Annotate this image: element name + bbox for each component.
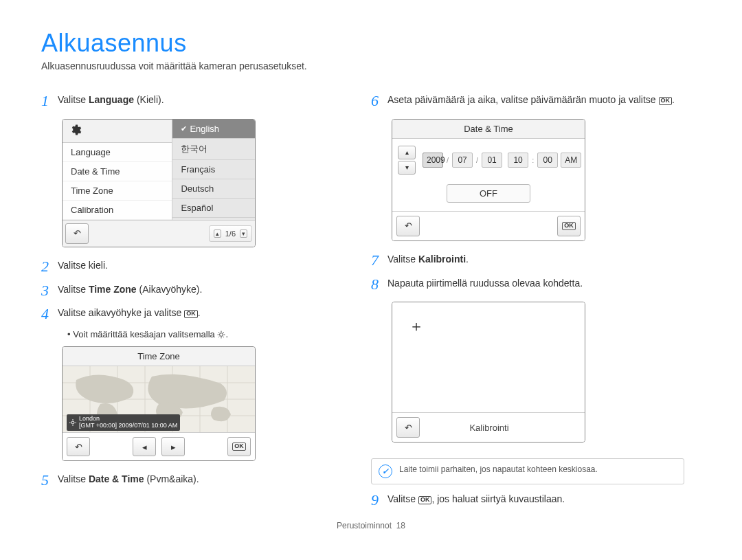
page-title: Alkuasennus [41, 29, 701, 58]
step-number: 3 [41, 280, 58, 302]
step-text: Aseta päivämäärä ja aika, valitse päiväm… [387, 94, 659, 105]
info-note: ✓ Laite toimii parhaiten, jos napautat k… [371, 458, 684, 484]
step-text: . [466, 254, 469, 265]
back-button[interactable]: ↶ [65, 223, 89, 244]
date-separator: / [446, 156, 449, 164]
step-text: (Pvm&aika). [144, 473, 199, 484]
menu-item-timezone[interactable]: Time Zone [63, 181, 172, 201]
timezone-map[interactable]: London [GMT +00:00] 2009/07/01 10:00 AM [63, 366, 255, 433]
step-text: Napauta piirtimellä ruudussa olevaa kohd… [387, 277, 684, 291]
timezone-screen: Time Zone [62, 346, 256, 461]
step-number: 9 [371, 490, 387, 511]
menu-item-language[interactable]: Language [63, 143, 172, 162]
page-up-icon[interactable]: ▴ [214, 229, 221, 238]
time-separator: : [531, 156, 535, 164]
page-subtitle: Alkuasennusruudussa voit määrittää kamer… [41, 60, 701, 71]
svg-line-8 [223, 332, 224, 333]
check-icon: ✔ [181, 124, 187, 133]
step-9: 9 Valitse OK, jos haluat siirtyä kuvaust… [371, 493, 684, 511]
ok-button[interactable]: OK [557, 216, 581, 236]
prev-button[interactable]: ◂ [133, 437, 156, 456]
lang-option-french[interactable]: Français [172, 160, 255, 179]
step-text: Valitse aikavyöhyke ja valitse [58, 307, 184, 318]
svg-point-19 [71, 421, 74, 424]
step-text: . [198, 307, 201, 318]
step-number: 1 [41, 91, 58, 112]
calibration-screen: ＋ ↶ Kalibrointi [392, 302, 585, 443]
hour-field[interactable]: 10 [508, 153, 528, 168]
value-down-button[interactable]: ▾ [398, 161, 416, 175]
ok-icon: OK [659, 97, 673, 105]
info-text: Laite toimii parhaiten, jos napautat koh… [399, 464, 598, 474]
lang-option-spanish[interactable]: Español [172, 199, 255, 218]
page-down-icon[interactable]: ▾ [240, 229, 247, 238]
menu-item-calibration[interactable]: Calibration [63, 201, 172, 220]
step-bold: Language [89, 94, 134, 105]
lang-option-german[interactable]: Deutsch [172, 179, 255, 199]
step-number: 4 [41, 304, 58, 325]
svg-line-6 [223, 337, 224, 337]
language-pager[interactable]: ▴ 1/6 ▾ [209, 225, 252, 242]
lang-option-english[interactable]: ✔English [172, 120, 255, 139]
step-8: 8 Napauta piirtimellä ruudussa olevaa ko… [371, 277, 684, 295]
step-2: 2 Valitse kieli. [41, 259, 355, 278]
dst-sun-icon [69, 419, 76, 426]
ampm-field[interactable]: AM [561, 153, 581, 168]
step-6: 6 Aseta päivämäärä ja aika, valitse päiv… [371, 93, 684, 112]
menu-item-datetime[interactable]: Date & Time [63, 162, 172, 181]
step-bold: Date & Time [89, 473, 144, 484]
step-bold: Kalibrointi [418, 254, 466, 265]
step-text: Valitse [58, 473, 89, 484]
ok-icon: OK [418, 496, 432, 504]
step-text: (Kieli). [134, 94, 164, 105]
step-number: 6 [371, 91, 387, 112]
back-button[interactable]: ↶ [396, 417, 420, 438]
calibration-target-icon[interactable]: ＋ [409, 316, 424, 337]
step-text: , jos haluat siirtyä kuvaustilaan. [431, 493, 565, 504]
timezone-caption: London [GMT +00:00] 2009/07/01 10:00 AM [67, 414, 180, 431]
svg-point-0 [220, 333, 223, 337]
step-number: 7 [371, 250, 387, 271]
datetime-title: Date & Time [392, 120, 585, 139]
step-text: Valitse [387, 254, 418, 265]
back-button[interactable]: ↶ [396, 216, 420, 236]
svg-line-5 [219, 332, 220, 333]
step-4-note: Voit määrittää kesäajan valitsemalla . [41, 329, 355, 339]
next-button[interactable]: ▸ [161, 437, 185, 456]
step-text: Valitse [58, 284, 89, 295]
step-text: Valitse [387, 493, 418, 504]
step-text: (Aikavyöhyke). [137, 284, 203, 295]
minute-field[interactable]: 00 [537, 153, 558, 168]
pager-text: 1/6 [225, 229, 236, 238]
month-field[interactable]: 07 [452, 153, 473, 168]
step-number: 5 [41, 470, 58, 491]
date-separator: / [475, 156, 479, 164]
datetime-screen: Date & Time ▴ ▾ 2009 / 07 / 01 [392, 119, 585, 241]
page-footer: Perustoiminnot 18 [41, 521, 701, 530]
value-up-button[interactable]: ▴ [398, 146, 416, 159]
ok-icon: OK [184, 310, 198, 318]
step-7: 7 Valitse Kalibrointi. [371, 253, 684, 271]
lang-option-korean[interactable]: 한국어 [172, 139, 255, 160]
year-field[interactable]: 2009 [423, 153, 443, 168]
timezone-title: Time Zone [63, 347, 255, 366]
svg-line-7 [219, 337, 220, 337]
gear-icon [69, 124, 82, 138]
day-field[interactable]: 01 [482, 153, 502, 168]
step-4: 4 Valitse aikavyöhyke ja valitse OK. [41, 306, 355, 325]
language-screen: Language Date & Time Time Zone Calibrati… [62, 119, 256, 247]
step-bold: Time Zone [89, 284, 137, 295]
calibration-area[interactable]: ＋ [392, 302, 585, 412]
step-text: Valitse [58, 94, 89, 105]
step-1: 1 Valitse Language (Kieli). [41, 93, 355, 112]
info-icon: ✓ [379, 464, 392, 478]
step-number: 8 [371, 274, 387, 295]
step-text: . [672, 94, 675, 105]
step-3: 3 Valitse Time Zone (Aikavyöhyke). [41, 283, 355, 302]
ok-button[interactable]: OK [227, 437, 251, 456]
step-number: 2 [41, 256, 58, 278]
step-5: 5 Valitse Date & Time (Pvm&aika). [41, 473, 355, 491]
dst-sun-icon [217, 331, 225, 339]
back-button[interactable]: ↶ [67, 437, 90, 456]
date-format-button[interactable]: OFF [447, 184, 530, 203]
